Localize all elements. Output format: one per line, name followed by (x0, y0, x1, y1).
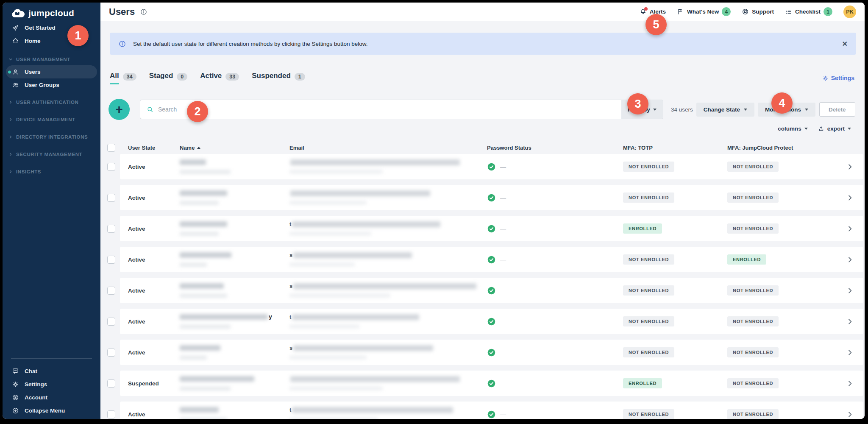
col-name[interactable]: Name (180, 145, 289, 151)
chevron-right-icon[interactable] (846, 163, 854, 171)
chat-icon (12, 368, 19, 375)
chevron-right-icon[interactable] (846, 256, 854, 264)
search-input[interactable] (158, 106, 615, 113)
section-user-authentication[interactable]: USER AUTHENTICATION (6, 95, 97, 109)
info-icon[interactable] (140, 8, 147, 16)
search-field-group: Filter by (140, 100, 663, 119)
user-state: Active (128, 318, 180, 325)
chevron-right-icon[interactable] (846, 379, 854, 388)
col-password-status[interactable]: Password Status (487, 145, 623, 151)
select-all-checkbox[interactable] (107, 144, 115, 152)
section-device-management[interactable]: DEVICE MANAGEMENT (6, 113, 97, 126)
sidebar-item-collapse-menu[interactable]: Collapse Menu (6, 404, 97, 417)
table-row[interactable]: Activeyt—NOT ENROLLEDNOT ENROLLED (100, 309, 865, 334)
user-icon (12, 68, 19, 75)
check-circle-icon (487, 348, 496, 357)
user-state: Active (128, 349, 180, 356)
user-row-card[interactable]: Active—NOT ENROLLEDNOT ENROLLED (120, 185, 863, 210)
caret-down-icon (848, 128, 851, 130)
tab-active[interactable]: Active 33 (200, 72, 239, 84)
user-row-card[interactable]: Actives—NOT ENROLLEDENROLLED (120, 247, 863, 272)
logo-text: jumpcloud (28, 8, 74, 18)
col-user-state[interactable]: User State (128, 145, 180, 151)
row-checkbox[interactable] (107, 379, 115, 388)
delete-button[interactable]: Delete (819, 102, 855, 117)
whats-new-button[interactable]: What's New 4 (677, 7, 731, 16)
export-dropdown[interactable]: export (818, 126, 851, 132)
search-box[interactable] (140, 100, 621, 119)
user-row-card[interactable]: Suspended—ENROLLEDNOT ENROLLED (120, 371, 863, 396)
row-checkbox[interactable] (107, 318, 115, 326)
user-row-card[interactable]: Activet—NOT ENROLLEDNOT ENROLLED (120, 402, 863, 419)
banner-text: Set the default user state for different… (133, 41, 368, 47)
tab-suspended[interactable]: Suspended 1 (252, 72, 305, 84)
row-checkbox[interactable] (107, 410, 115, 418)
sidebar-item-account[interactable]: Account (6, 391, 97, 404)
sidebar-item-users[interactable]: Users (6, 65, 97, 78)
chevron-right-icon[interactable] (846, 410, 854, 418)
section-label: USER AUTHENTICATION (16, 100, 78, 105)
col-email[interactable]: Email (289, 145, 487, 151)
change-state-button[interactable]: Change State (696, 103, 754, 117)
sidebar-item-user-groups[interactable]: User Groups (6, 78, 97, 92)
user-row-card[interactable]: Activet—ENROLLEDNOT ENROLLED (120, 216, 863, 241)
row-checkbox[interactable] (107, 287, 115, 295)
table-row[interactable]: Actives—NOT ENROLLEDENROLLED (100, 247, 865, 272)
row-checkbox[interactable] (107, 256, 115, 264)
table-row[interactable]: Suspended—ENROLLEDNOT ENROLLED (100, 371, 865, 396)
row-checkbox[interactable] (107, 225, 115, 233)
section-directory-integrations[interactable]: DIRECTORY INTEGRATIONS (6, 130, 97, 144)
table-row[interactable]: Activet—ENROLLEDNOT ENROLLED (100, 216, 865, 241)
section-insights[interactable]: INSIGHTS (6, 165, 97, 179)
password-status: — (487, 317, 623, 326)
user-name-redacted (180, 406, 289, 419)
row-checkbox[interactable] (107, 163, 115, 171)
change-state-label: Change State (704, 106, 740, 113)
section-user-management[interactable]: USER MANAGEMENT (6, 53, 97, 65)
banner-close-icon[interactable]: ✕ (842, 40, 848, 48)
sidebar-bottom-nav: Chat Settings Account Collapse Menu (6, 365, 97, 417)
sidebar-item-label: Users (25, 69, 41, 75)
mfa-totp-badge: NOT ENROLLED (623, 347, 674, 357)
avatar[interactable]: PK (843, 6, 856, 18)
settings-link[interactable]: Settings (822, 75, 854, 81)
chevron-right-icon[interactable] (846, 287, 854, 295)
jumpcloud-logo[interactable]: jumpcloud (11, 8, 74, 18)
tab-all[interactable]: All 34 (110, 72, 136, 84)
tab-staged[interactable]: Staged 0 (149, 72, 188, 84)
table-row[interactable]: Active—NOT ENROLLEDNOT ENROLLED (100, 154, 865, 179)
user-row-card[interactable]: Activeyt—NOT ENROLLEDNOT ENROLLED (120, 309, 863, 334)
chevron-right-icon[interactable] (846, 349, 854, 357)
chevron-right-icon (8, 152, 13, 156)
caret-down-icon (653, 109, 657, 111)
sidebar-item-settings[interactable]: Settings (6, 378, 97, 391)
add-user-button[interactable]: + (108, 99, 130, 120)
row-checkbox[interactable] (107, 194, 115, 202)
user-row-card[interactable]: Actives—NOT ENROLLEDNOT ENROLLED (120, 278, 863, 303)
col-mfa-totp[interactable]: MFA: TOTP (623, 145, 727, 151)
chevron-right-icon[interactable] (846, 194, 854, 202)
user-name-redacted (180, 158, 289, 176)
check-circle-icon (487, 255, 496, 264)
section-security-management[interactable]: SECURITY MANAGEMENT (6, 148, 97, 161)
chevron-right-icon[interactable] (846, 225, 854, 233)
mfa-totp-badge: NOT ENROLLED (623, 254, 674, 265)
sidebar-item-chat[interactable]: Chat (6, 365, 97, 378)
col-mfa-protect[interactable]: MFA: JumpCloud Protect (727, 145, 846, 151)
checklist-button[interactable]: Checklist 1 (785, 7, 832, 16)
table-row[interactable]: Actives—NOT ENROLLEDNOT ENROLLED (100, 278, 865, 303)
user-row-card[interactable]: Active—NOT ENROLLEDNOT ENROLLED (120, 154, 863, 179)
settings-link-label: Settings (831, 75, 854, 81)
columns-dropdown[interactable]: columns (778, 126, 808, 132)
support-button[interactable]: Support (742, 8, 774, 15)
row-checkbox[interactable] (107, 349, 115, 357)
user-email-redacted: t (289, 220, 487, 237)
user-row-card[interactable]: Actives—NOT ENROLLEDNOT ENROLLED (120, 340, 863, 365)
mfa-totp-badge: NOT ENROLLED (623, 409, 674, 419)
flag-icon (677, 8, 684, 15)
top-nav: Alerts What's New 4 Support Checklist 1 … (640, 6, 856, 18)
table-row[interactable]: Activet—NOT ENROLLEDNOT ENROLLED (100, 402, 865, 419)
table-row[interactable]: Active—NOT ENROLLEDNOT ENROLLED (100, 185, 865, 210)
table-row[interactable]: Actives—NOT ENROLLEDNOT ENROLLED (100, 340, 865, 365)
chevron-right-icon[interactable] (846, 318, 854, 326)
